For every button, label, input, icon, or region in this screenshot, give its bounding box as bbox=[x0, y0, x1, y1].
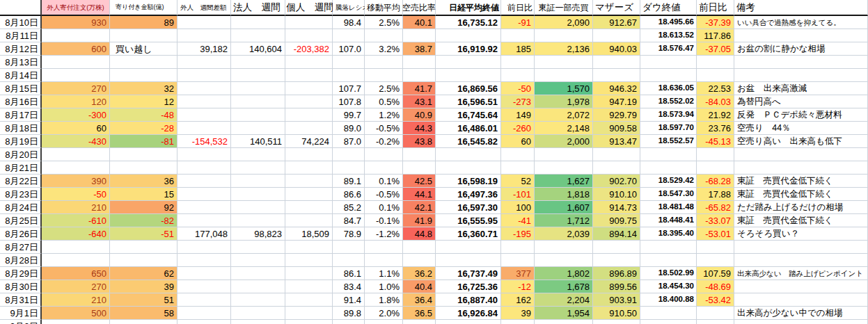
cell-h[interactable]: 2.5% bbox=[365, 82, 403, 95]
cell-o[interactable]: 21.92 bbox=[697, 108, 734, 122]
cell-b[interactable] bbox=[42, 69, 110, 82]
cell-c[interactable]: 51 bbox=[110, 293, 177, 307]
cell-p[interactable]: そろそろ買い？ bbox=[734, 227, 868, 241]
cell-l[interactable]: 1,954 bbox=[535, 307, 593, 320]
cell-f[interactable] bbox=[285, 95, 333, 108]
cell-b[interactable]: 500 bbox=[42, 307, 110, 320]
row-date[interactable]: 8月17日 bbox=[0, 108, 42, 122]
cell-c[interactable] bbox=[110, 56, 177, 69]
cell-f[interactable] bbox=[285, 201, 333, 214]
cell-m[interactable] bbox=[593, 320, 640, 324]
column-header-g[interactable]: 騰落レシオ bbox=[333, 0, 365, 16]
cell-c[interactable]: -28 bbox=[110, 122, 177, 135]
cell-b[interactable] bbox=[42, 320, 110, 324]
cell-b[interactable]: 270 bbox=[42, 82, 110, 95]
cell-j[interactable]: 16,745.64 bbox=[436, 108, 501, 122]
cell-c[interactable]: 36 bbox=[110, 175, 177, 188]
cell-o[interactable]: -84.03 bbox=[697, 95, 734, 108]
cell-d[interactable] bbox=[177, 161, 231, 175]
cell-k[interactable]: 39 bbox=[501, 307, 535, 320]
cell-g[interactable]: 107.8 bbox=[333, 95, 365, 108]
cell-d[interactable] bbox=[177, 307, 231, 320]
cell-b[interactable]: -640 bbox=[42, 227, 110, 241]
cell-f[interactable] bbox=[285, 214, 333, 227]
cell-e[interactable] bbox=[231, 214, 285, 227]
cell-e[interactable] bbox=[231, 320, 285, 324]
cell-j[interactable]: 16,725.36 bbox=[436, 280, 501, 293]
cell-o[interactable]: -37.05 bbox=[697, 42, 734, 56]
cell-i[interactable]: 40.1 bbox=[403, 16, 436, 29]
cell-j[interactable]: 16,926.84 bbox=[436, 307, 501, 320]
cell-b[interactable] bbox=[42, 148, 110, 161]
cell-d[interactable] bbox=[177, 293, 231, 307]
cell-o[interactable] bbox=[697, 241, 734, 254]
cell-j[interactable]: 16,919.92 bbox=[436, 42, 501, 56]
cell-d[interactable] bbox=[177, 69, 231, 82]
cell-m[interactable]: 947.19 bbox=[593, 95, 640, 108]
cell-d[interactable] bbox=[177, 148, 231, 161]
cell-b[interactable] bbox=[42, 241, 110, 254]
cell-p[interactable] bbox=[734, 241, 868, 254]
cell-o[interactable]: -68.28 bbox=[697, 175, 734, 188]
cell-d[interactable] bbox=[177, 175, 231, 188]
cell-k[interactable] bbox=[501, 29, 535, 42]
cell-h[interactable] bbox=[365, 69, 403, 82]
cell-m[interactable]: 899.56 bbox=[593, 280, 640, 293]
cell-b[interactable]: 600 bbox=[42, 42, 110, 56]
cell-k[interactable]: -91 bbox=[501, 16, 535, 29]
cell-o[interactable]: -53.42 bbox=[697, 293, 734, 307]
cell-f[interactable]: 74,224 bbox=[285, 135, 333, 148]
cell-l[interactable]: 2,204 bbox=[535, 293, 593, 307]
cell-f[interactable] bbox=[285, 82, 333, 95]
cell-g[interactable] bbox=[333, 69, 365, 82]
cell-c[interactable]: 89 bbox=[110, 16, 177, 29]
cell-e[interactable] bbox=[231, 293, 285, 307]
cell-m[interactable]: 910.10 bbox=[593, 188, 640, 201]
cell-j[interactable] bbox=[436, 161, 501, 175]
cell-k[interactable]: -101 bbox=[501, 188, 535, 201]
cell-f[interactable] bbox=[285, 108, 333, 122]
cell-b[interactable]: 210 bbox=[42, 201, 110, 214]
cell-b[interactable] bbox=[42, 56, 110, 69]
cell-m[interactable] bbox=[593, 29, 640, 42]
cell-i[interactable]: 44.1 bbox=[403, 188, 436, 201]
cell-p[interactable]: 空売り 44％ bbox=[734, 122, 868, 135]
cell-p[interactable] bbox=[734, 148, 868, 161]
cell-e[interactable] bbox=[231, 175, 285, 188]
cell-p[interactable]: お盆の割に静かな相場 bbox=[734, 42, 868, 56]
cell-k[interactable]: 162 bbox=[501, 293, 535, 307]
cell-d[interactable] bbox=[177, 254, 231, 267]
cell-h[interactable]: 2.0% bbox=[365, 307, 403, 320]
cell-f[interactable] bbox=[285, 16, 333, 29]
cell-k[interactable]: 60 bbox=[501, 135, 535, 148]
cell-i[interactable]: 42.5 bbox=[403, 175, 436, 188]
cell-j[interactable] bbox=[436, 254, 501, 267]
cell-m[interactable]: 929.79 bbox=[593, 108, 640, 122]
cell-l[interactable]: 1,978 bbox=[535, 95, 593, 108]
cell-i[interactable]: 41.7 bbox=[403, 82, 436, 95]
cell-h[interactable]: 1.2% bbox=[365, 108, 403, 122]
cell-c[interactable]: 15 bbox=[110, 188, 177, 201]
cell-j[interactable] bbox=[436, 241, 501, 254]
cell-f[interactable] bbox=[285, 175, 333, 188]
row-date[interactable]: 8月22日 bbox=[0, 175, 42, 188]
cell-l[interactable]: 1,627 bbox=[535, 175, 593, 188]
cell-e[interactable] bbox=[231, 161, 285, 175]
cell-j[interactable]: 16,869.56 bbox=[436, 82, 501, 95]
cell-h[interactable] bbox=[365, 320, 403, 324]
cell-h[interactable]: 1.1% bbox=[365, 267, 403, 280]
cell-k[interactable]: -260 bbox=[501, 122, 535, 135]
cell-p[interactable]: 空売り高い 出来高も低下 bbox=[734, 135, 868, 148]
cell-d[interactable]: 39,182 bbox=[177, 42, 231, 56]
cell-g[interactable]: 99.7 bbox=[333, 108, 365, 122]
cell-p[interactable]: ただ踏み上げるだけの相場 bbox=[734, 201, 868, 214]
column-header-l[interactable]: 東証一部売買 bbox=[535, 0, 593, 16]
row-date[interactable]: 8月14日 bbox=[0, 69, 42, 82]
cell-i[interactable]: 40.4 bbox=[403, 280, 436, 293]
cell-j[interactable] bbox=[436, 69, 501, 82]
cell-l[interactable]: 2,090 bbox=[535, 16, 593, 29]
cell-l[interactable]: 2,136 bbox=[535, 42, 593, 56]
cell-m[interactable]: 902.70 bbox=[593, 175, 640, 188]
row-date[interactable]: 8月21日 bbox=[0, 161, 42, 175]
cell-b[interactable] bbox=[42, 161, 110, 175]
